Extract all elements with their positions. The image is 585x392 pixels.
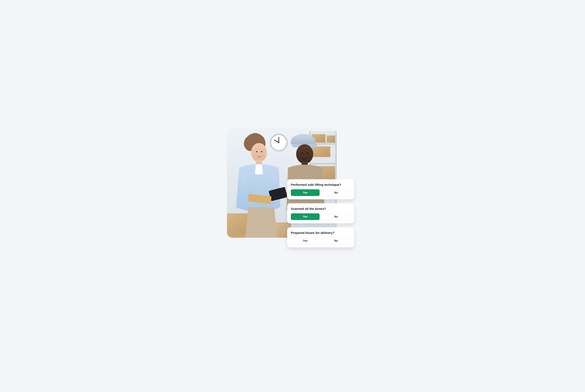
no-button[interactable]: No — [322, 189, 351, 196]
yes-button[interactable]: Yes — [291, 238, 320, 244]
card-question: Scanned all the boxes? — [291, 207, 351, 210]
stage: Performed safe lifting technique? Yes No… — [181, 122, 404, 270]
checklist-card-3: Prepared boxes for delivery? Yes No — [287, 227, 354, 248]
svg-point-25 — [261, 151, 262, 152]
yes-button[interactable]: Yes — [291, 213, 320, 220]
svg-rect-7 — [327, 136, 335, 143]
choice-group: Yes No — [291, 189, 351, 196]
svg-rect-5 — [309, 163, 337, 164]
choice-group: Yes No — [291, 213, 351, 220]
yes-button[interactable]: Yes — [291, 189, 320, 196]
svg-point-27 — [296, 144, 313, 164]
card-question: Performed safe lifting technique? — [291, 183, 351, 186]
svg-point-33 — [307, 152, 308, 154]
no-button[interactable]: No — [322, 238, 351, 244]
svg-rect-8 — [312, 146, 330, 157]
wall-clock-icon — [270, 134, 287, 151]
svg-point-14 — [278, 142, 279, 143]
svg-point-32 — [302, 152, 303, 154]
checklist-card-2: Scanned all the boxes? Yes No — [287, 203, 354, 224]
choice-group: Yes No — [291, 238, 351, 244]
svg-point-24 — [256, 151, 257, 152]
checklist-cards: Performed safe lifting technique? Yes No… — [287, 179, 354, 252]
card-question: Prepared boxes for delivery? — [291, 231, 351, 235]
no-button[interactable]: No — [322, 213, 351, 220]
checklist-card-1: Performed safe lifting technique? Yes No — [287, 179, 354, 199]
svg-point-18 — [251, 143, 267, 162]
